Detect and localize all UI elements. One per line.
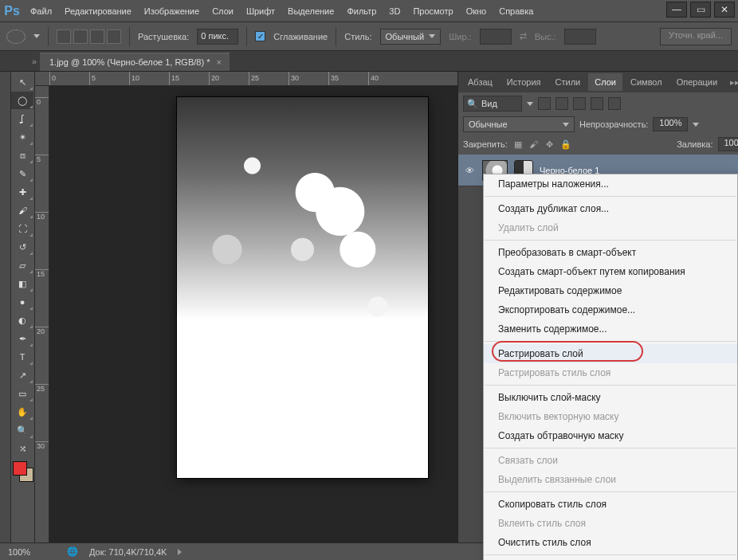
tool-dodge[interactable]: ◐ <box>11 311 33 329</box>
tool-brush[interactable]: 🖌 <box>11 202 33 219</box>
menu-filter[interactable]: Фильтр <box>340 2 383 21</box>
context-menu-item[interactable]: Преобразовать в смарт-объект <box>484 243 737 262</box>
context-menu-item: Вклеить стиль слоя <box>484 514 737 533</box>
filter-pixel-icon[interactable] <box>538 97 551 110</box>
tab-actions[interactable]: Операции <box>670 73 724 91</box>
document-canvas[interactable] <box>177 97 428 478</box>
menu-type[interactable]: Шрифт <box>240 2 281 21</box>
menu-select[interactable]: Выделение <box>281 2 340 21</box>
context-menu-item[interactable]: Параметры наложения... <box>484 174 737 194</box>
menu-3d[interactable]: 3D <box>383 2 406 21</box>
tool-gradient[interactable]: ◧ <box>11 275 33 292</box>
menu-layers[interactable]: Слои <box>206 2 240 21</box>
layer-filter-select[interactable]: 🔍 Вид <box>463 96 522 112</box>
width-label: Шир.: <box>449 32 471 41</box>
zoom-value[interactable]: 100% <box>8 547 56 557</box>
tool-crop[interactable]: ⧈ <box>11 147 33 164</box>
tool-path[interactable]: ↗ <box>11 366 33 384</box>
chevron-down-icon[interactable] <box>527 102 533 106</box>
tool-eraser[interactable]: ▱ <box>11 257 33 274</box>
context-menu-item[interactable]: Растрировать слой <box>484 344 737 363</box>
opacity-input[interactable]: 100% <box>653 117 688 131</box>
lock-transparency-icon[interactable]: ▦ <box>512 139 524 150</box>
menu-image[interactable]: Изображение <box>138 2 206 21</box>
context-menu-item[interactable]: Очистить стиль слоя <box>484 533 737 552</box>
tool-marquee[interactable]: ◯ <box>11 92 33 109</box>
globe-icon[interactable]: 🌐 <box>67 546 78 557</box>
height-input <box>564 29 596 45</box>
filter-adjust-icon[interactable] <box>555 97 568 110</box>
tool-stamp[interactable]: ⛶ <box>11 220 33 237</box>
canvas-area[interactable] <box>49 86 457 542</box>
context-menu-item[interactable]: Заменить содержимое... <box>484 319 737 339</box>
minimize-button[interactable]: — <box>666 2 687 18</box>
tool-lasso[interactable]: ʆ <box>11 110 33 127</box>
tool-move[interactable]: ↖ <box>11 73 33 91</box>
tool-eyedropper[interactable]: ✎ <box>11 165 33 182</box>
menu-separator <box>485 240 736 241</box>
tool-magic-wand[interactable]: ✴ <box>11 128 33 146</box>
color-swatches[interactable] <box>11 458 34 485</box>
selection-add-icon[interactable] <box>73 29 88 44</box>
ruler-vertical[interactable]: 0 5 10 15 20 25 30 <box>35 86 49 542</box>
context-menu-item[interactable]: Создать обтравочную маску <box>484 426 737 445</box>
context-menu-item[interactable]: Скопировать стиль слоя <box>484 495 737 514</box>
tool-switch-colors[interactable]: ⤮ <box>11 440 33 457</box>
filter-smart-icon[interactable] <box>608 97 621 110</box>
tab-history[interactable]: История <box>501 73 548 91</box>
lock-all-icon[interactable]: 🔒 <box>560 139 571 150</box>
tab-character[interactable]: Символ <box>624 73 669 91</box>
tab-paragraph[interactable]: Абзац <box>461 73 499 91</box>
ruler-horizontal[interactable]: 0 5 10 15 20 25 30 35 40 <box>35 72 457 86</box>
filter-type-icon[interactable] <box>573 97 586 110</box>
context-menu-item[interactable]: Выключить слой-маску <box>484 388 737 407</box>
fill-input[interactable]: 100% <box>718 137 738 151</box>
refine-edge-button[interactable]: Уточн. край... <box>660 28 732 45</box>
tool-zoom[interactable]: 🔍 <box>11 421 33 439</box>
tool-hand[interactable]: ✋ <box>11 403 33 421</box>
tab-chevron-icon[interactable]: » <box>29 51 40 71</box>
panel-expand-icon[interactable]: ▸▸ <box>725 76 738 89</box>
document-tab[interactable]: 1.jpg @ 100% (Черно-белое 1, RGB/8) * × <box>40 53 230 71</box>
selection-new-icon[interactable] <box>57 29 71 44</box>
antialias-checkbox[interactable] <box>255 31 265 41</box>
close-button[interactable]: ✕ <box>714 2 735 18</box>
menu-edit[interactable]: Редактирование <box>58 2 138 21</box>
tool-pen[interactable]: ✒ <box>11 330 33 347</box>
highlight-ring <box>492 341 643 362</box>
context-menu-item: Растрировать стиль слоя <box>484 363 737 382</box>
selection-subtract-icon[interactable] <box>90 29 104 44</box>
chevron-down-icon[interactable] <box>693 123 699 127</box>
style-select[interactable]: Обычный <box>380 29 442 45</box>
tool-type[interactable]: T <box>11 348 33 366</box>
marquee-shape-icon[interactable] <box>6 29 26 44</box>
context-menu-item[interactable]: Создать дубликат слоя... <box>484 199 737 218</box>
maximize-button[interactable]: ▭ <box>690 2 711 18</box>
tool-history-brush[interactable]: ↺ <box>11 238 33 256</box>
blend-mode-select[interactable]: Обычные <box>463 116 575 132</box>
menu-separator <box>485 385 736 386</box>
context-menu-item[interactable]: Создать смарт-объект путем копирования <box>484 262 737 281</box>
menu-file[interactable]: Файл <box>24 2 58 21</box>
height-label: Выс.: <box>535 32 556 41</box>
tab-layers[interactable]: Слои <box>588 73 622 91</box>
lock-pixels-icon[interactable]: 🖌 <box>528 139 540 150</box>
filter-shape-icon[interactable] <box>591 97 603 110</box>
tool-blur[interactable]: ● <box>11 293 33 311</box>
tab-styles[interactable]: Стили <box>549 73 587 91</box>
menu-help[interactable]: Справка <box>493 2 540 21</box>
foreground-swatch[interactable] <box>13 461 27 476</box>
context-menu-item[interactable]: Экспортировать содержимое... <box>484 300 737 319</box>
close-tab-icon[interactable]: × <box>216 57 221 67</box>
tool-healing[interactable]: ✚ <box>11 183 33 201</box>
tool-preset-dropdown[interactable] <box>33 34 40 38</box>
visibility-eye-icon[interactable]: 👁 <box>463 164 476 177</box>
menu-view[interactable]: Просмотр <box>406 2 459 21</box>
selection-intersect-icon[interactable] <box>107 29 121 44</box>
tool-shape[interactable]: ▭ <box>11 385 33 402</box>
context-menu-item[interactable]: Редактировать содержимое <box>484 281 737 300</box>
status-menu-icon[interactable] <box>178 549 182 555</box>
feather-input[interactable]: 0 пикс. <box>197 29 238 45</box>
lock-position-icon[interactable]: ✥ <box>544 139 555 150</box>
menu-window[interactable]: Окно <box>460 2 493 21</box>
